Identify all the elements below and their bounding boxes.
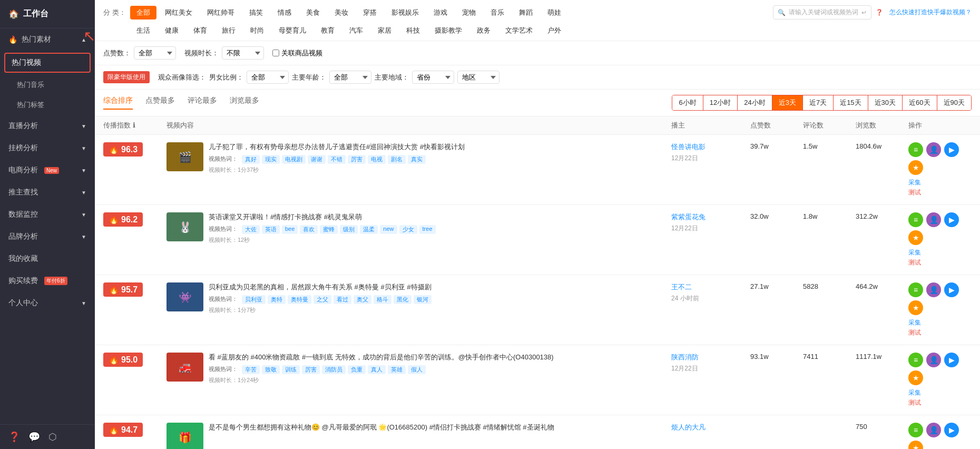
- time-btn-7d[interactable]: 近7天: [803, 95, 834, 110]
- user-btn[interactable]: 👤: [926, 282, 941, 297]
- cat-btn-dance[interactable]: 舞蹈: [513, 6, 539, 19]
- time-btn-30d[interactable]: 近30天: [868, 95, 903, 110]
- video-tag[interactable]: 银河: [414, 295, 432, 304]
- play-btn[interactable]: ▶: [944, 142, 959, 157]
- video-tag[interactable]: 电视: [368, 155, 386, 164]
- video-tag[interactable]: tree: [419, 225, 436, 234]
- video-tag[interactable]: 厉害: [302, 365, 320, 374]
- list-btn[interactable]: ≡: [908, 353, 923, 367]
- star-btn[interactable]: ★: [908, 441, 923, 449]
- play-btn[interactable]: ▶: [944, 353, 959, 367]
- video-tag[interactable]: new: [380, 225, 397, 234]
- cat-btn-literature[interactable]: 文学艺术: [499, 24, 539, 37]
- video-tag[interactable]: 假人: [408, 365, 426, 374]
- sidebar-item-ecommerce[interactable]: 电商分析 New ▼: [0, 159, 95, 181]
- video-tag[interactable]: 负重: [348, 365, 366, 374]
- collect-link[interactable]: 采集: [908, 178, 972, 187]
- video-tag[interactable]: 致敬: [262, 365, 280, 374]
- sidebar-item-rank-analysis[interactable]: 挂榜分析 ▼: [0, 137, 95, 159]
- time-btn-90d[interactable]: 近90天: [937, 95, 971, 110]
- sidebar-item-live-analysis[interactable]: 直播分析 ▼: [0, 115, 95, 137]
- list-btn[interactable]: ≡: [908, 212, 923, 227]
- cat-btn-games[interactable]: 游戏: [427, 6, 454, 19]
- list-btn[interactable]: ≡: [908, 282, 923, 297]
- sidebar-item-data-monitor[interactable]: 数据监控 ▼: [0, 203, 95, 226]
- cat-btn-emotion[interactable]: 情感: [271, 6, 298, 19]
- video-tag[interactable]: 消防员: [322, 365, 346, 374]
- video-tag[interactable]: 剧名: [388, 155, 406, 164]
- search-tip[interactable]: 怎么快速打造快手爆款视频？: [889, 8, 972, 17]
- video-tag[interactable]: 谢谢: [308, 155, 326, 164]
- time-btn-24h[interactable]: 24小时: [738, 95, 772, 110]
- video-tag[interactable]: 奥特: [268, 295, 286, 304]
- chat-icon[interactable]: 💬: [28, 431, 40, 443]
- likes-filter-select[interactable]: 全部: [134, 46, 176, 60]
- cat-btn-style[interactable]: 时尚: [244, 24, 270, 37]
- play-btn[interactable]: ▶: [944, 282, 959, 297]
- video-tag[interactable]: 少女: [399, 225, 417, 234]
- user-btn[interactable]: 👤: [926, 142, 941, 157]
- star-btn[interactable]: ★: [908, 160, 923, 175]
- video-tag[interactable]: bee: [282, 225, 298, 234]
- test-link[interactable]: 测试: [908, 328, 972, 337]
- time-btn-3d[interactable]: 近3天: [772, 95, 803, 110]
- tab-most-likes[interactable]: 点赞最多: [145, 96, 175, 110]
- cat-btn-funny[interactable]: 搞笑: [243, 6, 269, 19]
- list-btn[interactable]: ≡: [908, 423, 923, 437]
- video-tag[interactable]: 现实: [262, 155, 280, 164]
- test-link[interactable]: 测试: [908, 188, 972, 197]
- time-btn-12h[interactable]: 12小时: [703, 95, 738, 110]
- sidebar-item-brand-analysis[interactable]: 品牌分析 ▼: [0, 226, 95, 248]
- cat-btn-home[interactable]: 家居: [371, 24, 398, 37]
- sidebar-item-hot-videos[interactable]: 热门视频: [4, 53, 91, 73]
- help-icon[interactable]: ❓: [8, 431, 20, 443]
- cat-btn-cute[interactable]: 萌娃: [541, 6, 567, 19]
- video-tag[interactable]: 喜欢: [300, 225, 318, 234]
- sidebar-item-purchase[interactable]: 购买续费 年付6折: [0, 270, 95, 292]
- collect-link[interactable]: 采集: [908, 248, 972, 257]
- gender-select[interactable]: 全部: [247, 71, 289, 84]
- search-box[interactable]: 🔍 请输入关键词或视频热词 ↵: [773, 5, 871, 19]
- video-tag[interactable]: 辛苦: [242, 365, 260, 374]
- list-btn[interactable]: ≡: [908, 142, 923, 157]
- tab-most-comments[interactable]: 评论最多: [188, 96, 217, 110]
- star-btn[interactable]: ★: [908, 230, 923, 245]
- commerce-checkbox[interactable]: [272, 50, 279, 56]
- video-tag[interactable]: 蜜蜂: [320, 225, 338, 234]
- cat-btn-entertainment[interactable]: 影视娱乐: [385, 6, 425, 19]
- play-btn[interactable]: ▶: [944, 423, 959, 437]
- cat-btn-food[interactable]: 美食: [300, 6, 326, 19]
- cat-btn-parenting[interactable]: 母婴育儿: [272, 24, 312, 37]
- user-btn[interactable]: 👤: [926, 423, 941, 437]
- cat-btn-outdoor[interactable]: 户外: [541, 24, 567, 37]
- sidebar-item-hot-material[interactable]: 🔥 热门素材 ▲: [0, 28, 95, 51]
- cat-btn-wanghong-beauty[interactable]: 网红美女: [159, 6, 199, 19]
- video-tag[interactable]: 格斗: [374, 295, 391, 304]
- collect-link[interactable]: 采集: [908, 318, 972, 327]
- video-tag[interactable]: 奥父: [354, 295, 371, 304]
- video-tag[interactable]: 真好: [242, 155, 260, 164]
- sidebar-item-hot-music[interactable]: 热门音乐: [0, 75, 95, 95]
- cat-btn-tech[interactable]: 科技: [400, 24, 426, 37]
- sidebar-item-hot-tags[interactable]: 热门标签: [0, 95, 95, 115]
- video-tag[interactable]: 电视剧: [282, 155, 306, 164]
- cat-btn-pets[interactable]: 宠物: [456, 6, 482, 19]
- sidebar-item-personal-center[interactable]: 个人中心 ▼: [0, 292, 95, 314]
- time-btn-15d[interactable]: 近15天: [834, 95, 868, 110]
- test-link[interactable]: 测试: [908, 258, 972, 267]
- star-btn[interactable]: ★: [908, 300, 923, 315]
- video-tag[interactable]: 之父: [313, 295, 331, 304]
- cat-btn-life[interactable]: 生活: [130, 24, 156, 37]
- video-tag[interactable]: 奥特曼: [288, 295, 311, 304]
- video-tag[interactable]: 训练: [282, 365, 300, 374]
- tab-most-views[interactable]: 浏览最多: [230, 96, 259, 110]
- cat-btn-all[interactable]: 全部: [130, 6, 156, 19]
- video-tag[interactable]: 看过: [334, 295, 351, 304]
- tab-comprehensive[interactable]: 综合排序: [103, 96, 133, 110]
- sidebar-item-author-search[interactable]: 推主查找 ▼: [0, 181, 95, 203]
- cat-btn-wanghong-handsome[interactable]: 网红帅哥: [201, 6, 241, 19]
- video-tag[interactable]: 贝利亚: [242, 295, 266, 304]
- video-tag[interactable]: 不错: [328, 155, 346, 164]
- cat-btn-health[interactable]: 健康: [159, 24, 185, 37]
- commerce-filter[interactable]: 关联商品视频: [272, 48, 322, 58]
